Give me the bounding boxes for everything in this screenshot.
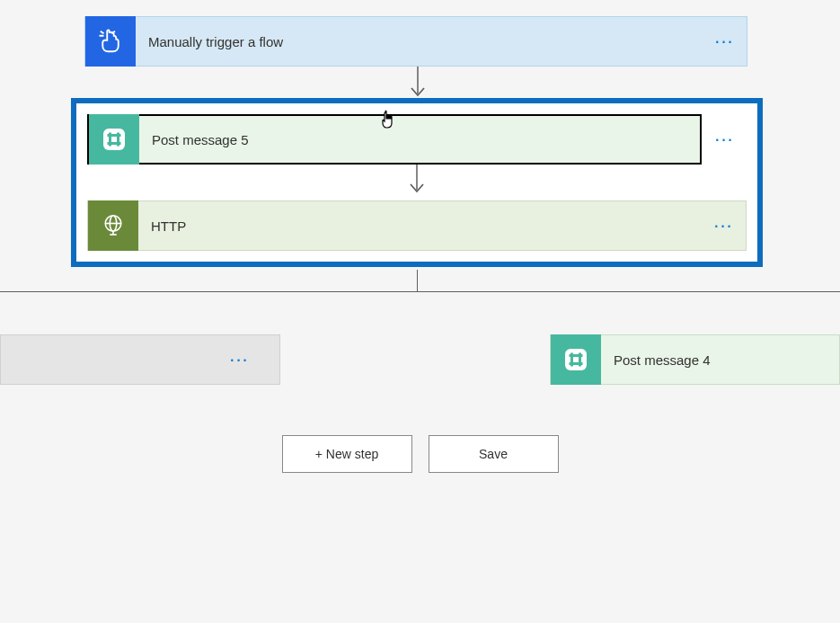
- connector-line-vertical: [417, 270, 418, 292]
- post-message-5-card[interactable]: Post message 5: [87, 114, 702, 165]
- new-step-button[interactable]: + New step: [282, 435, 412, 473]
- post-message-5-menu-button[interactable]: ···: [702, 114, 747, 165]
- post-message-5-label: Post message 5: [139, 132, 700, 147]
- svg-rect-1: [103, 129, 125, 150]
- trigger-step-card[interactable]: Manually trigger a flow ···: [84, 16, 747, 67]
- http-step-card[interactable]: HTTP ···: [87, 200, 747, 251]
- left-branch-menu-button[interactable]: ···: [217, 348, 261, 371]
- http-menu-button[interactable]: ···: [701, 214, 746, 237]
- trigger-menu-button[interactable]: ···: [702, 30, 747, 53]
- manual-trigger-icon: [85, 16, 136, 67]
- http-step-label: HTTP: [138, 218, 701, 234]
- save-button[interactable]: Save: [429, 435, 559, 473]
- http-globe-icon: [88, 200, 138, 251]
- post-message-4-label: Post message 4: [601, 352, 839, 368]
- connector-line-horizontal: [0, 291, 840, 292]
- slack-icon: [551, 334, 601, 385]
- trigger-step-label: Manually trigger a flow: [136, 34, 702, 49]
- left-branch-card[interactable]: ···: [0, 334, 280, 385]
- svg-rect-12: [565, 349, 587, 370]
- slack-icon: [89, 114, 139, 165]
- post-message-4-card[interactable]: Post message 4: [550, 334, 840, 385]
- connector-arrow-middle: [87, 165, 747, 200]
- selected-scope-container[interactable]: Post message 5 ··· HTTP ···: [71, 98, 763, 267]
- footer-buttons-row: + New step Save: [0, 435, 840, 473]
